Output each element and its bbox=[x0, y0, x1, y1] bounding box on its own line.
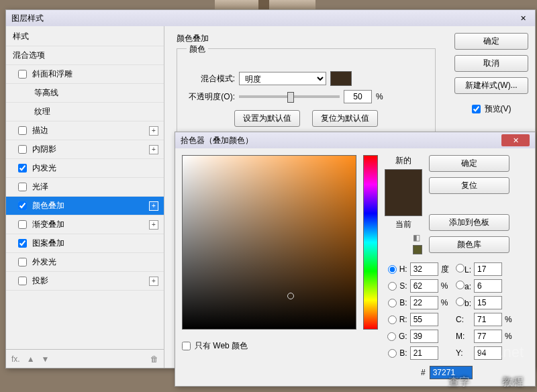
r-radio[interactable] bbox=[388, 315, 397, 324]
b-input[interactable] bbox=[474, 296, 502, 309]
websafe-swatch[interactable] bbox=[413, 245, 422, 254]
opacity-label: 不透明度(O): bbox=[187, 91, 235, 103]
b-radio[interactable] bbox=[456, 297, 465, 306]
preview-label: 预览(V) bbox=[485, 103, 511, 115]
add-swatch-button[interactable]: 添加到色板 bbox=[429, 214, 509, 231]
style-item-drop-shadow[interactable]: 投影+ bbox=[6, 272, 164, 291]
web-only-checkbox[interactable] bbox=[182, 342, 191, 350]
style-list-footer: fx. ▲ ▼ 🗑 bbox=[6, 349, 164, 368]
y-label: Y: bbox=[456, 348, 471, 358]
l-radio[interactable] bbox=[456, 264, 465, 273]
a-input[interactable] bbox=[474, 279, 502, 293]
s-radio[interactable] bbox=[388, 282, 397, 291]
outer-glow-checkbox[interactable] bbox=[18, 258, 27, 266]
pattern-overlay-checkbox[interactable] bbox=[18, 239, 27, 248]
new-color-label: 新的 bbox=[395, 155, 411, 166]
style-list-panel: 样式 混合选项 斜面和浮雕 等高线 纹理 描边+ 内阴影+ 内发光 光泽 颜色叠… bbox=[6, 26, 164, 368]
inner-shadow-checkbox[interactable] bbox=[18, 145, 27, 154]
picker-reset-button[interactable]: 复位 bbox=[429, 177, 509, 194]
up-arrow-icon[interactable]: ▲ bbox=[27, 354, 35, 364]
hex-input[interactable] bbox=[430, 366, 473, 379]
cube-icon[interactable]: ◧ bbox=[413, 233, 422, 242]
plus-icon[interactable]: + bbox=[149, 220, 158, 230]
m-input[interactable] bbox=[474, 330, 502, 343]
g-input[interactable] bbox=[410, 330, 438, 343]
current-color-label: 当前 bbox=[395, 219, 411, 230]
section-title: 颜色叠加 bbox=[177, 33, 436, 44]
color-picker-titlebar[interactable]: 拾色器（叠加颜色） ✕ bbox=[175, 132, 535, 148]
gradient-overlay-checkbox[interactable] bbox=[18, 220, 27, 229]
lab-cmyk-inputs: L: a: b: C:% M:% Y: bbox=[456, 262, 512, 360]
c-input[interactable] bbox=[474, 313, 502, 326]
a-radio[interactable] bbox=[456, 281, 465, 289]
hex-label: # bbox=[421, 368, 426, 377]
style-item-contour[interactable]: 等高线 bbox=[6, 84, 164, 103]
blend-options-item[interactable]: 混合选项 bbox=[6, 46, 164, 65]
style-item-bevel[interactable]: 斜面和浮雕 bbox=[6, 65, 164, 84]
g-radio[interactable] bbox=[387, 332, 396, 341]
web-only-label: 只有 Web 颜色 bbox=[195, 340, 248, 352]
plus-icon[interactable]: + bbox=[149, 126, 158, 136]
bv-input[interactable] bbox=[410, 296, 438, 309]
set-default-button[interactable]: 设置为默认值 bbox=[234, 110, 300, 127]
r-input[interactable] bbox=[410, 313, 438, 326]
current-color-swatch[interactable] bbox=[385, 193, 422, 215]
new-color-swatch[interactable] bbox=[385, 170, 422, 193]
style-item-color-overlay[interactable]: 颜色叠加+ bbox=[6, 197, 164, 215]
stroke-checkbox[interactable] bbox=[18, 126, 27, 135]
color-fieldset: 颜色 混合模式: 明度 不透明度(O): % 设置为默认值 复位为默认值 bbox=[177, 48, 436, 137]
l-input[interactable] bbox=[474, 262, 502, 276]
close-icon[interactable]: ✕ bbox=[516, 12, 530, 24]
blend-mode-label: 混合模式: bbox=[187, 73, 235, 85]
style-item-inner-glow[interactable]: 内发光 bbox=[6, 159, 164, 178]
ok-button[interactable]: 确定 bbox=[454, 33, 528, 50]
plus-icon[interactable]: + bbox=[149, 277, 158, 286]
layer-style-titlebar[interactable]: 图层样式 ✕ bbox=[6, 10, 535, 26]
hue-slider[interactable] bbox=[363, 155, 378, 330]
h-radio[interactable] bbox=[388, 265, 397, 274]
color-overlay-checkbox[interactable] bbox=[18, 201, 27, 210]
close-icon[interactable]: ✕ bbox=[501, 134, 530, 146]
fieldset-legend: 颜色 bbox=[187, 44, 208, 55]
color-field-cursor bbox=[287, 293, 294, 299]
style-item-stroke[interactable]: 描边+ bbox=[6, 121, 164, 140]
drop-shadow-checkbox[interactable] bbox=[18, 277, 27, 285]
color-library-button[interactable]: 颜色库 bbox=[429, 236, 509, 253]
trash-icon[interactable]: 🗑 bbox=[150, 354, 158, 364]
down-arrow-icon[interactable]: ▼ bbox=[42, 354, 50, 364]
picker-ok-button[interactable]: 确定 bbox=[429, 155, 509, 172]
plus-icon[interactable]: + bbox=[149, 201, 158, 211]
reset-default-button[interactable]: 复位为默认值 bbox=[312, 110, 378, 127]
preview-checkbox[interactable] bbox=[472, 105, 481, 113]
h-input[interactable] bbox=[410, 262, 438, 276]
bevel-checkbox[interactable] bbox=[18, 70, 27, 79]
s-input[interactable] bbox=[410, 279, 438, 293]
color-picker-dialog: 拾色器（叠加颜色） ✕ 只有 Web 颜色 新的 当前 ◧ 确定 复位 bbox=[175, 132, 536, 387]
style-item-satin[interactable]: 光泽 bbox=[6, 178, 164, 197]
fx-menu-icon[interactable]: fx. bbox=[11, 354, 20, 364]
style-item-inner-shadow[interactable]: 内阴影+ bbox=[6, 140, 164, 159]
bc-input[interactable] bbox=[410, 346, 438, 360]
satin-checkbox[interactable] bbox=[18, 183, 27, 191]
style-item-texture[interactable]: 纹理 bbox=[6, 103, 164, 121]
inner-glow-checkbox[interactable] bbox=[18, 164, 27, 173]
style-item-pattern-overlay[interactable]: 图案叠加 bbox=[6, 234, 164, 253]
style-item-gradient-overlay[interactable]: 渐变叠加+ bbox=[6, 215, 164, 234]
color-picker-title: 拾色器（叠加颜色） bbox=[181, 135, 253, 146]
blend-mode-select[interactable]: 明度 bbox=[239, 72, 326, 85]
bv-radio[interactable] bbox=[388, 299, 397, 307]
opacity-slider[interactable] bbox=[239, 95, 340, 98]
overlay-color-swatch[interactable] bbox=[330, 71, 352, 86]
y-input[interactable] bbox=[474, 346, 502, 360]
new-style-button[interactable]: 新建样式(W)... bbox=[454, 77, 528, 94]
bc-radio[interactable] bbox=[388, 349, 397, 358]
hsb-rgb-inputs: H:度 S:% B:% R: G: B: bbox=[387, 262, 453, 360]
opacity-input[interactable] bbox=[344, 90, 372, 103]
color-field[interactable] bbox=[182, 155, 356, 330]
plus-icon[interactable]: + bbox=[149, 145, 158, 154]
styles-header[interactable]: 样式 bbox=[6, 28, 164, 46]
style-item-outer-glow[interactable]: 外发光 bbox=[6, 253, 164, 272]
layer-style-title: 图层样式 bbox=[11, 13, 44, 24]
c-label: C: bbox=[456, 315, 471, 324]
cancel-button[interactable]: 取消 bbox=[454, 55, 528, 72]
